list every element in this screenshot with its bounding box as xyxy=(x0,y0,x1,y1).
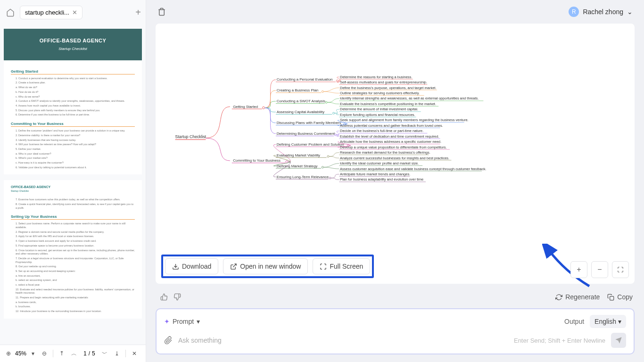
zoom-plus-button[interactable]: + xyxy=(570,261,587,278)
mindmap-canvas[interactable]: Startup ChecklistGetting StartedConducti… xyxy=(160,28,630,226)
input-hint: Enter Send; Shift + Enter Newline xyxy=(514,337,605,344)
language-select[interactable]: English ▾ xyxy=(590,315,626,328)
page-last-icon[interactable]: ⤓ xyxy=(112,349,122,358)
svg-text:Assess customer acquisition ea: Assess customer acquisition ease and val… xyxy=(340,167,487,171)
svg-text:Address potential concerns and: Address potential concerns and gather fe… xyxy=(340,123,443,128)
svg-text:Establish the level of dedicat: Establish the level of dedication and ti… xyxy=(340,134,439,139)
mindmap-zoom-controls: + − xyxy=(570,261,629,278)
refresh-icon xyxy=(555,294,562,301)
prompt-type-button[interactable]: ✦ Prompt ▾ xyxy=(164,318,200,325)
chevron-down-icon: ⌄ xyxy=(627,8,633,16)
svg-text:Conducting a Personal Evaluati: Conducting a Personal Evaluation xyxy=(277,77,333,82)
close-preview-icon[interactable]: ✕ xyxy=(130,349,139,358)
svg-text:Conducting a SWOT Analysis: Conducting a SWOT Analysis xyxy=(277,99,325,103)
prompt-input[interactable] xyxy=(178,337,508,344)
trash-icon[interactable] xyxy=(157,8,166,16)
page-first-icon[interactable]: ⤒ xyxy=(57,349,66,358)
svg-text:Creating a Business Plan: Creating a Business Plan xyxy=(277,88,319,92)
user-name: Rachel zhong xyxy=(583,8,623,16)
svg-text:Explore funding options and fi: Explore funding options and financial re… xyxy=(340,113,415,117)
svg-text:Identify internal strengths an: Identify internal strengths and weakness… xyxy=(340,97,479,101)
sidebar-footer: ⊕ 45% ▾ ⊖ ⤒ ︿ 1 / 5 ﹀ ⤓ ✕ xyxy=(0,345,146,362)
svg-text:Identify the ideal customer pr: Identify the ideal customer profile and … xyxy=(340,161,419,165)
sparkle-icon: ✦ xyxy=(164,318,170,325)
thumbs-down-icon[interactable] xyxy=(171,291,184,303)
fullscreen-icon xyxy=(320,263,327,270)
page-up-icon[interactable]: ︿ xyxy=(69,349,79,358)
svg-point-73 xyxy=(329,177,331,179)
svg-text:Anticipate future market trend: Anticipate future market trends and chan… xyxy=(340,172,410,176)
fit-screen-button[interactable] xyxy=(612,261,629,278)
prompt-panel: ✦ Prompt ▾ Output English ▾ xyxy=(156,308,635,354)
main-content: R Rachel zhong ⌄ Startup ChecklistGettin… xyxy=(146,0,644,362)
svg-text:Plan for business adaptability: Plan for business adaptability and evolu… xyxy=(340,177,423,181)
svg-text:Getting Started: Getting Started xyxy=(233,105,258,109)
attach-icon[interactable] xyxy=(164,336,173,345)
svg-text:Research the market demand for: Research the market demand for the busin… xyxy=(340,150,430,155)
svg-text:Defining Customer Problem and : Defining Customer Problem and Solution xyxy=(277,142,344,147)
mindmap-panel: Startup ChecklistGetting StartedConducti… xyxy=(156,24,635,284)
svg-text:Startup Checklist: Startup Checklist xyxy=(175,134,206,139)
user-menu[interactable]: R Rachel zhong ⌄ xyxy=(569,7,633,17)
send-icon xyxy=(615,337,622,344)
svg-text:Assessing Capital Availability: Assessing Capital Availability xyxy=(277,110,325,114)
dropdown-icon: ▾ xyxy=(618,318,621,325)
download-button[interactable]: Download xyxy=(165,258,218,274)
avatar: R xyxy=(569,7,579,17)
page2-header: OFFICE-BASED AGENCY Startup Checklist xyxy=(4,180,142,193)
svg-point-21 xyxy=(325,101,327,103)
svg-point-42 xyxy=(334,134,336,136)
svg-text:Evaluate the business's compet: Evaluate the business's competitive posi… xyxy=(340,102,436,106)
tab-close-icon[interactable]: ✕ xyxy=(72,9,77,16)
page-thumbnail-1[interactable]: OFFICE-BASED AGENCY Startup Checklist Ge… xyxy=(4,29,142,174)
page-thumbnail-2[interactable]: OFFICE-BASED AGENCY Startup Checklist 7.… xyxy=(4,180,142,318)
sidebar: startup checkli... ✕ + OFFICE-BASED AGEN… xyxy=(0,0,146,362)
top-bar: R Rachel zhong ⌄ xyxy=(146,0,644,24)
add-tab-button[interactable]: + xyxy=(135,7,141,18)
home-icon[interactable] xyxy=(5,7,16,18)
svg-text:Develop a unique value proposi: Develop a unique value proposition to di… xyxy=(340,145,447,149)
svg-point-66 xyxy=(322,166,323,168)
fullscreen-button[interactable]: Full Screen xyxy=(313,258,370,274)
new-window-button[interactable]: Open in new window xyxy=(223,258,308,274)
output-label: Output xyxy=(564,318,584,325)
page-total: 5 xyxy=(92,350,95,357)
thumbs-up-icon[interactable] xyxy=(157,291,171,303)
copy-button[interactable]: Copy xyxy=(607,293,633,301)
zoom-in-icon[interactable]: ⊕ xyxy=(4,349,13,358)
svg-point-59 xyxy=(327,156,329,157)
doc-title: OFFICE-BASED AGENCY xyxy=(8,37,137,44)
svg-point-14 xyxy=(322,90,323,92)
zoom-dropdown-icon[interactable]: ▾ xyxy=(28,349,38,358)
svg-text:Self-assess motivations and go: Self-assess motivations and goals for en… xyxy=(340,80,427,84)
zoom-level: 45% xyxy=(15,350,26,357)
svg-text:Committing to Your Business: Committing to Your Business xyxy=(233,158,281,163)
svg-text:Evaluating Market Viability: Evaluating Market Viability xyxy=(277,153,320,157)
svg-point-28 xyxy=(333,112,335,114)
tab-bar: startup checkli... ✕ + xyxy=(0,0,146,25)
send-button[interactable] xyxy=(611,333,626,348)
svg-text:Determine the reasons for star: Determine the reasons for starting a bus… xyxy=(340,75,412,79)
svg-text:Articulate how the business ad: Articulate how the business addresses a … xyxy=(340,140,441,144)
document-preview-scroll[interactable]: OFFICE-BASED AGENCY Startup Checklist Ge… xyxy=(0,25,146,345)
svg-text:Determine the amount of initia: Determine the amount of initial investme… xyxy=(340,107,418,111)
svg-text:Discussing Plans with Family M: Discussing Plans with Family Members xyxy=(277,121,341,125)
svg-text:Defining Market Strategy: Defining Market Strategy xyxy=(277,164,318,168)
dropdown-icon: ▾ xyxy=(197,318,200,325)
zoom-minus-button[interactable]: − xyxy=(591,261,608,278)
feedback-row: Regenerate Copy xyxy=(156,289,635,303)
external-link-icon xyxy=(230,263,237,270)
regenerate-button[interactable]: Regenerate xyxy=(555,293,600,301)
svg-point-7 xyxy=(336,80,338,82)
zoom-out-icon[interactable]: ⊖ xyxy=(40,349,49,358)
tab-title: startup checkli... xyxy=(25,9,69,16)
svg-text:Decide on the business's full-: Decide on the business's full-time or pa… xyxy=(340,129,423,133)
svg-text:Seek support and alignment fro: Seek support and alignment from family m… xyxy=(340,118,469,122)
svg-rect-79 xyxy=(610,296,614,300)
svg-point-4 xyxy=(263,107,265,109)
svg-text:Ensuring Long-Term Relevance: Ensuring Long-Term Relevance xyxy=(277,175,329,179)
page-down-icon[interactable]: ﹀ xyxy=(100,349,109,358)
svg-text:Define the business's purpose,: Define the business's purpose, operation… xyxy=(340,86,436,90)
doc-subtitle: Startup Checklist xyxy=(8,46,137,51)
document-tab[interactable]: startup checkli... ✕ xyxy=(20,6,83,19)
